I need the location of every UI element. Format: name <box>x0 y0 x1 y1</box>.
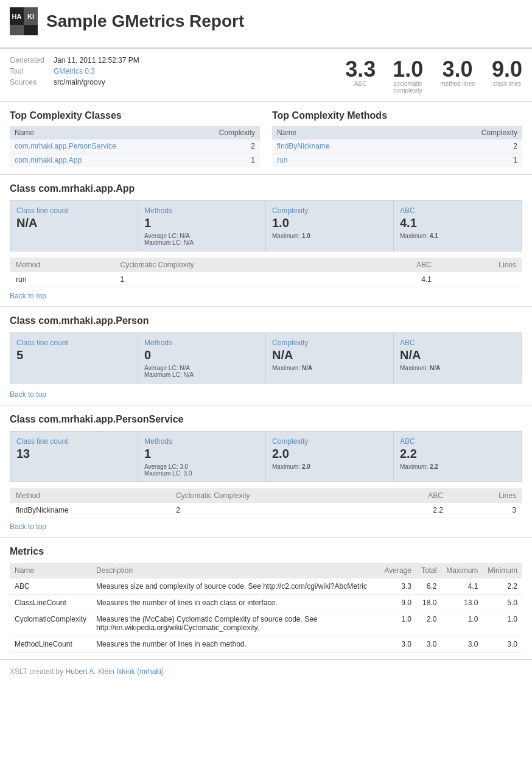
metric-desc: Measures the number of lines in each met… <box>91 636 379 653</box>
metric-total: 6.2 <box>416 578 441 595</box>
complexity-value: 1.0 <box>272 216 387 230</box>
generated-label: Generated <box>10 56 54 65</box>
metrics-section: Metrics Name Description Average Total M… <box>0 538 532 659</box>
stat-cyclomatic-number: 1.0 <box>393 58 423 80</box>
stat-method-lines: 3.0 method lines <box>440 58 475 87</box>
top-classes-complexity-header: Complexity <box>187 126 260 139</box>
method-link[interactable]: run <box>277 156 287 164</box>
class-line-count-link[interactable]: Class line count <box>16 339 68 347</box>
class-line-count-value: 13 <box>16 447 131 461</box>
method-cyclomatic: 1 <box>114 272 360 287</box>
abc-value: 2.2 <box>400 447 516 461</box>
metric-cell-class-line-count: Class line count N/A <box>10 201 138 251</box>
metric-total: 18.0 <box>416 595 441 611</box>
methods-link[interactable]: Methods <box>144 437 172 446</box>
stat-class-lines: 9.0 class lines <box>492 58 522 87</box>
abc-sub: Maximum: N/A <box>400 365 516 371</box>
metric-cell-complexity: Complexity N/A Maximum: N/A <box>266 333 394 383</box>
methods-value: 1 <box>144 216 259 230</box>
table-row: com.mrhaki.app.App 1 <box>10 153 260 167</box>
footer-link[interactable]: Hubert A. Klein Ikkink (mrhaki) <box>66 667 164 676</box>
complexity-sub: Maximum: 2.0 <box>272 463 387 470</box>
metrics-title: Metrics <box>10 546 522 557</box>
table-row: findByNickname 2 <box>272 139 522 153</box>
class-personservice-metrics-grid: Class line count 13 Methods 1 Average LC… <box>10 431 522 482</box>
meta-info: Generated Jan 11, 2011 12:52:37 PM Tool … <box>10 56 333 86</box>
table-row: run 1 4.1 <box>10 272 522 287</box>
tool-link[interactable]: GMetrics 0.3 <box>54 67 95 75</box>
methods-link[interactable]: Methods <box>144 206 172 215</box>
top-complexity-methods: Top Complexity Methods Name Complexity f… <box>272 110 522 167</box>
class-line-count-link[interactable]: Class line count <box>16 437 68 446</box>
class-app-method-table: Method Cyclomatic Complexity ABC Lines r… <box>10 258 522 287</box>
table-row: findByNickname 2 2.2 3 <box>10 503 522 518</box>
abc-header: ABC <box>382 488 449 503</box>
metrics-min-header: Minimum <box>483 563 522 578</box>
method-cyclomatic: 2 <box>170 503 382 518</box>
methods-value: 0 <box>144 348 259 362</box>
complexity-sub: Maximum: N/A <box>272 365 387 371</box>
top-classes-name-header: Name <box>10 126 187 139</box>
back-to-top-link[interactable]: Back to top <box>10 522 46 531</box>
back-to-top-link[interactable]: Back to top <box>10 390 46 399</box>
methods-sub: Average LC: 3.0Maximum LC: 3.0 <box>144 463 259 477</box>
methods-sub: Average LC: N/AMaximum LC: N/A <box>144 233 259 246</box>
stat-cyclomatic-label: cyclomaticcomplexity <box>393 80 423 94</box>
sources-label: Sources <box>10 78 54 86</box>
cyclomatic-header: Cyclomatic Complexity <box>114 258 360 272</box>
metrics-desc-header: Description <box>91 563 379 578</box>
class-app-metrics-grid: Class line count N/A Methods 1 Average L… <box>10 200 522 251</box>
complexity-link[interactable]: Complexity <box>272 339 308 347</box>
stat-abc: 3.3 ABC <box>345 58 376 87</box>
table-row: MethodLineCount Measures the number of l… <box>10 636 522 653</box>
metric-max: 13.0 <box>441 595 483 611</box>
table-row: CyclomaticComplexity Measures the (McCab… <box>10 611 522 636</box>
methods-link[interactable]: Methods <box>144 339 172 347</box>
metrics-avg-header: Average <box>379 563 416 578</box>
metric-cell-class-line-count: Class line count 13 <box>10 432 138 482</box>
class-link[interactable]: com.mrhaki.app.App <box>15 156 82 164</box>
class-person-metrics-grid: Class line count 5 Methods 0 Average LC:… <box>10 332 522 384</box>
stat-method-lines-number: 3.0 <box>440 58 475 80</box>
class-app-title: Class com.mrhaki.app.App <box>10 183 522 194</box>
method-link[interactable]: findByNickname <box>277 142 330 150</box>
abc-link[interactable]: ABC <box>400 339 415 347</box>
complexity-link[interactable]: Complexity <box>272 437 308 446</box>
back-to-top-link[interactable]: Back to top <box>10 292 46 300</box>
stat-class-lines-label: class lines <box>492 80 522 87</box>
metrics-max-header: Maximum <box>441 563 483 578</box>
metric-max: 3.0 <box>441 636 483 653</box>
metric-avg: 3.0 <box>379 636 416 653</box>
metric-desc: Measures the number of lines in each cla… <box>91 595 379 611</box>
top-tables-section: Top Complexity Classes Name Complexity c… <box>0 102 532 175</box>
class-link[interactable]: com.mrhaki.app.PersonService <box>15 142 116 150</box>
metric-total: 2.0 <box>416 611 441 636</box>
metric-min: 5.0 <box>483 595 522 611</box>
stats-bar: 3.3 ABC 1.0 cyclomaticcomplexity 3.0 met… <box>345 56 522 94</box>
abc-value: 4.1 <box>400 216 516 230</box>
stat-class-lines-number: 9.0 <box>492 58 522 80</box>
metrics-name-header: Name <box>10 563 91 578</box>
method-header: Method <box>10 488 170 503</box>
complexity-link[interactable]: Complexity <box>272 206 308 215</box>
abc-link[interactable]: ABC <box>400 437 415 446</box>
metric-cell-abc: ABC N/A Maximum: N/A <box>394 333 522 383</box>
top-complexity-classes: Top Complexity Classes Name Complexity c… <box>10 110 260 167</box>
metric-min: 1.0 <box>483 611 522 636</box>
abc-sub: Maximum: 2.2 <box>400 463 516 470</box>
class-line-count-link[interactable]: Class line count <box>16 206 68 215</box>
top-methods-complexity-header: Complexity <box>416 126 522 139</box>
class-personservice-method-table: Method Cyclomatic Complexity ABC Lines f… <box>10 488 522 518</box>
method-lines: 3 <box>449 503 522 518</box>
abc-header: ABC <box>360 258 438 272</box>
metric-cell-abc: ABC 2.2 Maximum: 2.2 <box>394 432 522 482</box>
abc-link[interactable]: ABC <box>400 206 415 215</box>
stat-method-lines-label: method lines <box>440 80 475 87</box>
metric-avg: 1.0 <box>379 611 416 636</box>
table-row: com.mrhaki.app.PersonService 2 <box>10 139 260 153</box>
meta-section: Generated Jan 11, 2011 12:52:37 PM Tool … <box>0 49 532 102</box>
methods-value: 1 <box>144 447 259 461</box>
metric-cell-class-line-count: Class line count 5 <box>10 333 138 383</box>
metric-desc: Measures the (McCabe) Cyclomatic Complex… <box>91 611 379 636</box>
metric-cell-abc: ABC 4.1 Maximum: 4.1 <box>394 201 522 251</box>
